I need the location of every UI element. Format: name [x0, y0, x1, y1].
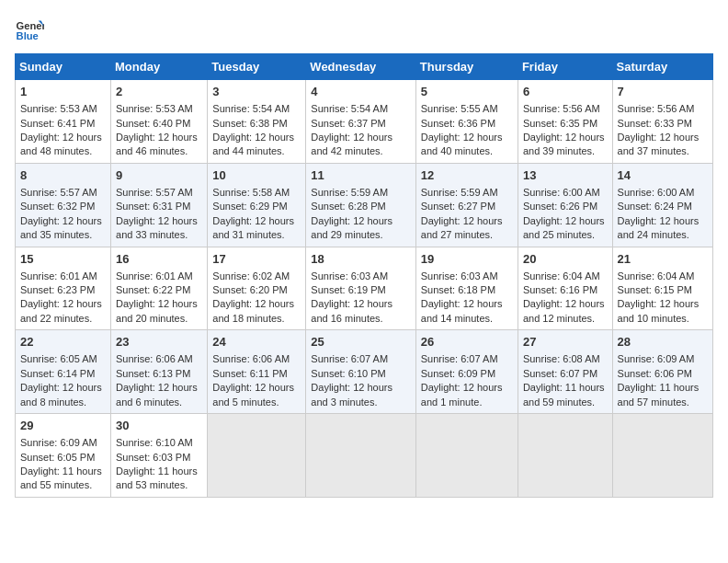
calendar-cell: [415, 414, 518, 498]
calendar-cell: 16Sunrise: 6:01 AMSunset: 6:22 PMDayligh…: [111, 247, 208, 330]
calendar-cell: 26Sunrise: 6:07 AMSunset: 6:09 PMDayligh…: [415, 330, 518, 414]
calendar-cell: 25Sunrise: 6:07 AMSunset: 6:10 PMDayligh…: [306, 330, 415, 414]
calendar-cell: 18Sunrise: 6:03 AMSunset: 6:19 PMDayligh…: [306, 247, 415, 330]
day-number: 25: [311, 334, 410, 350]
calendar-cell: 15Sunrise: 6:01 AMSunset: 6:23 PMDayligh…: [16, 247, 111, 330]
weekday-header: Sunday: [16, 54, 111, 80]
calendar-cell: 17Sunrise: 6:02 AMSunset: 6:20 PMDayligh…: [208, 247, 306, 330]
calendar-header-row: SundayMondayTuesdayWednesdayThursdayFrid…: [16, 54, 713, 80]
svg-text:Blue: Blue: [17, 30, 39, 41]
calendar-cell: 27Sunrise: 6:08 AMSunset: 6:07 PMDayligh…: [518, 330, 612, 414]
day-number: 13: [523, 167, 608, 184]
day-number: 26: [421, 334, 513, 350]
calendar-cell: [208, 414, 306, 498]
day-number: 22: [20, 334, 106, 350]
calendar-cell: 22Sunrise: 6:05 AMSunset: 6:14 PMDayligh…: [16, 330, 111, 414]
day-number: 11: [311, 167, 410, 184]
calendar-week-row: 22Sunrise: 6:05 AMSunset: 6:14 PMDayligh…: [16, 330, 713, 414]
weekday-header: Friday: [518, 54, 612, 80]
day-number: 17: [212, 251, 301, 268]
calendar-cell: 14Sunrise: 6:00 AMSunset: 6:24 PMDayligh…: [612, 163, 712, 247]
calendar-cell: 28Sunrise: 6:09 AMSunset: 6:06 PMDayligh…: [612, 330, 712, 414]
day-number: 7: [618, 84, 708, 100]
day-number: 27: [523, 334, 608, 350]
calendar-cell: 19Sunrise: 6:03 AMSunset: 6:18 PMDayligh…: [415, 247, 518, 330]
day-number: 23: [116, 334, 202, 350]
day-number: 16: [116, 251, 202, 268]
day-number: 15: [20, 251, 106, 268]
day-number: 5: [421, 84, 513, 100]
weekday-header: Tuesday: [208, 54, 306, 80]
weekday-header: Wednesday: [306, 54, 415, 80]
calendar-cell: 24Sunrise: 6:06 AMSunset: 6:11 PMDayligh…: [208, 330, 306, 414]
day-number: 20: [523, 251, 608, 268]
calendar-week-row: 15Sunrise: 6:01 AMSunset: 6:23 PMDayligh…: [16, 247, 713, 330]
page-header: General Blue: [15, 15, 713, 44]
logo: General Blue: [15, 15, 48, 44]
day-number: 29: [20, 418, 106, 434]
day-number: 30: [116, 418, 202, 434]
day-number: 19: [421, 251, 513, 268]
calendar-cell: 6Sunrise: 5:56 AMSunset: 6:35 PMDaylight…: [518, 80, 612, 164]
calendar-week-row: 8Sunrise: 5:57 AMSunset: 6:32 PMDaylight…: [16, 163, 713, 247]
calendar-cell: 21Sunrise: 6:04 AMSunset: 6:15 PMDayligh…: [612, 247, 712, 330]
calendar-cell: 8Sunrise: 5:57 AMSunset: 6:32 PMDaylight…: [16, 163, 111, 247]
day-number: 6: [523, 84, 608, 100]
calendar-week-row: 1Sunrise: 5:53 AMSunset: 6:41 PMDaylight…: [16, 80, 713, 164]
day-number: 18: [311, 251, 410, 268]
day-number: 28: [618, 334, 708, 350]
day-number: 3: [212, 84, 301, 100]
calendar-cell: 12Sunrise: 5:59 AMSunset: 6:27 PMDayligh…: [415, 163, 518, 247]
calendar-cell: [306, 414, 415, 498]
day-number: 1: [20, 84, 106, 100]
day-number: 9: [116, 167, 202, 184]
weekday-header: Monday: [111, 54, 208, 80]
weekday-header: Saturday: [612, 54, 712, 80]
logo-icon: General Blue: [15, 15, 44, 44]
calendar-cell: 20Sunrise: 6:04 AMSunset: 6:16 PMDayligh…: [518, 247, 612, 330]
day-number: 4: [311, 84, 410, 100]
day-number: 2: [116, 84, 202, 100]
day-number: 8: [20, 167, 106, 184]
calendar-cell: 1Sunrise: 5:53 AMSunset: 6:41 PMDaylight…: [16, 80, 111, 164]
weekday-header: Thursday: [415, 54, 518, 80]
calendar-cell: 11Sunrise: 5:59 AMSunset: 6:28 PMDayligh…: [306, 163, 415, 247]
calendar-cell: 3Sunrise: 5:54 AMSunset: 6:38 PMDaylight…: [208, 80, 306, 164]
calendar-cell: 30Sunrise: 6:10 AMSunset: 6:03 PMDayligh…: [111, 414, 208, 498]
calendar-cell: 10Sunrise: 5:58 AMSunset: 6:29 PMDayligh…: [208, 163, 306, 247]
calendar-body: 1Sunrise: 5:53 AMSunset: 6:41 PMDaylight…: [16, 80, 713, 498]
calendar-cell: 7Sunrise: 5:56 AMSunset: 6:33 PMDaylight…: [612, 80, 712, 164]
calendar-cell: 4Sunrise: 5:54 AMSunset: 6:37 PMDaylight…: [306, 80, 415, 164]
calendar-table: SundayMondayTuesdayWednesdayThursdayFrid…: [15, 53, 713, 498]
day-number: 24: [212, 334, 301, 350]
calendar-cell: 13Sunrise: 6:00 AMSunset: 6:26 PMDayligh…: [518, 163, 612, 247]
calendar-cell: 5Sunrise: 5:55 AMSunset: 6:36 PMDaylight…: [415, 80, 518, 164]
calendar-cell: [518, 414, 612, 498]
day-number: 21: [618, 251, 708, 268]
day-number: 12: [421, 167, 513, 184]
day-number: 10: [212, 167, 301, 184]
day-number: 14: [618, 167, 708, 184]
calendar-cell: 2Sunrise: 5:53 AMSunset: 6:40 PMDaylight…: [111, 80, 208, 164]
calendar-cell: 9Sunrise: 5:57 AMSunset: 6:31 PMDaylight…: [111, 163, 208, 247]
calendar-week-row: 29Sunrise: 6:09 AMSunset: 6:05 PMDayligh…: [16, 414, 713, 498]
calendar-cell: 23Sunrise: 6:06 AMSunset: 6:13 PMDayligh…: [111, 330, 208, 414]
calendar-cell: 29Sunrise: 6:09 AMSunset: 6:05 PMDayligh…: [16, 414, 111, 498]
calendar-cell: [612, 414, 712, 498]
